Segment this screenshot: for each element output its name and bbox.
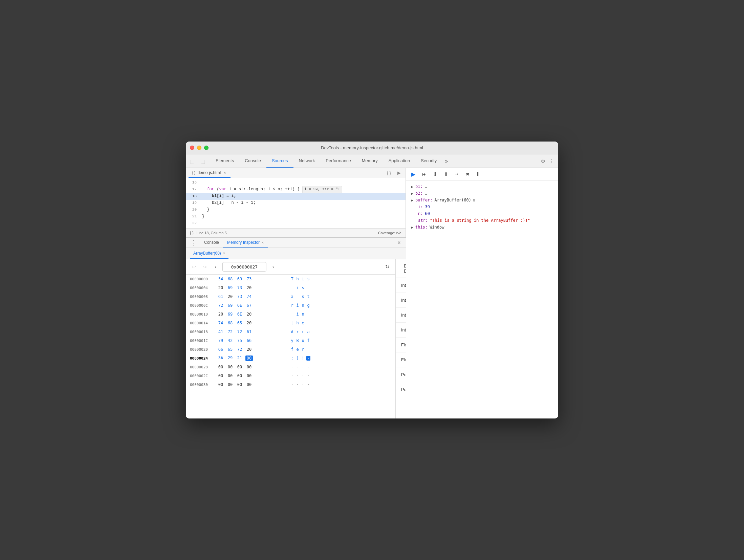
hex-panel: ↩ ↪ ‹ › ↻ 00000000 (186, 259, 396, 418)
prev-address-button[interactable]: ‹ (212, 263, 220, 271)
refresh-button[interactable]: ↻ (383, 263, 391, 271)
hex-row-1c: 0000001C 79 42 75 66 y B (186, 336, 395, 345)
step-into-button[interactable]: ⬆ (441, 169, 451, 179)
left-icons: ⬚ ⬚ (189, 157, 206, 165)
file-icon: { } (192, 171, 195, 175)
hex-row-8: 00000008 61 20 73 74 a (186, 292, 395, 301)
debugger-toolbar: ▶ ⏭ ⬇ ⬆ → ✖ ⏸ (406, 168, 558, 180)
devtools-window: DevTools - memory-inspector.glitch.me/de… (186, 142, 558, 418)
status-bar: { } Line 18, Column 5 Coverage: n/a (186, 228, 406, 237)
status-icon: { } (190, 231, 194, 235)
hex-row-30: 00000030 00 00 00 00 · · (186, 380, 395, 389)
next-address-button[interactable]: › (269, 263, 277, 271)
tab-application[interactable]: Application (383, 154, 416, 168)
memory-inspect-icon[interactable]: ⊡ (473, 198, 476, 202)
window-title: DevTools - memory-inspector.glitch.me/de… (321, 145, 423, 150)
right-panel: ▶ ⏭ ⬇ ⬆ → ✖ ⏸ ▶ b1: … ▶ b2: … (406, 168, 558, 418)
scope-item-b2: ▶ b2: … (406, 190, 558, 197)
code-line-17: 17 for (var i = str.length; i < n; ++i) … (186, 186, 406, 193)
code-line-16: 16 (186, 179, 406, 186)
pause-on-exception-button[interactable]: ⏭ (419, 169, 429, 179)
resume-button[interactable]: ▶ (409, 169, 418, 179)
titlebar: DevTools - memory-inspector.glitch.me/de… (186, 142, 558, 154)
scope-item-buffer: ▶ buffer: ArrayBuffer(60) ⊡ (406, 197, 558, 203)
code-line-18: 18 b1[i] = i; (186, 193, 406, 200)
code-line-20: 20 } (186, 207, 406, 213)
history-forward-button[interactable]: ↪ (201, 263, 209, 271)
step-over-button[interactable]: ⬇ (430, 169, 440, 179)
devtools-tabbar: ⬚ ⬚ Elements Console Sources Network Per… (186, 154, 558, 168)
code-lines: 16 17 for (var i = str.length; i < n; ++… (186, 178, 406, 228)
hex-row-4: 00000004 20 69 73 20 i (186, 283, 395, 292)
settings-icon[interactable]: ⚙ (539, 157, 547, 165)
hex-row-18: 00000018 41 72 72 61 A r (186, 327, 395, 336)
record-icon[interactable]: ▶ (395, 169, 403, 177)
memory-inspector-content: ↩ ↪ ‹ › ↻ 00000000 (186, 259, 406, 418)
code-line-22: 22 (186, 220, 406, 227)
tab-performance[interactable]: Performance (320, 154, 356, 168)
tab-sources[interactable]: Sources (266, 154, 293, 168)
hex-content: 00000000 54 68 69 73 T h (186, 275, 395, 418)
hex-row-14: 00000014 74 68 65 20 t h (186, 319, 395, 327)
history-back-button[interactable]: ↩ (190, 263, 198, 271)
scope-panel: ▶ b1: … ▶ b2: … ▶ buffer: ArrayBuffer(60… (406, 180, 558, 418)
more-tabs-button[interactable]: » (442, 154, 451, 168)
scope-item-n: n: 60 (406, 210, 558, 217)
hex-row-2c: 0000002C 00 00 00 00 · · (186, 371, 395, 380)
coverage-status: Coverage: n/a (378, 231, 401, 235)
minimize-button[interactable] (197, 146, 201, 150)
tab-console[interactable]: Console (239, 154, 266, 168)
source-tab-demo-js[interactable]: { } demo-js.html × (189, 168, 231, 178)
pause-button[interactable]: ⏸ (474, 169, 483, 179)
scope-triangle-b1[interactable]: ▶ (411, 185, 413, 189)
tab-security[interactable]: Security (415, 154, 442, 168)
hex-toolbar: ↩ ↪ ‹ › ↻ (186, 259, 395, 275)
code-line-21: 21 } (186, 213, 406, 220)
arraybuffer-tab-close[interactable]: × (223, 251, 225, 255)
step-out-button[interactable]: → (452, 169, 461, 179)
arraybuffer-tab-item[interactable]: ArrayBuffer(60) × (190, 248, 228, 259)
source-tabs: { } demo-js.html × { } ▶ (186, 168, 406, 178)
format-icon[interactable]: { } (385, 169, 393, 177)
hex-row-0: 00000000 54 68 69 73 T h (186, 275, 395, 283)
main-content: { } demo-js.html × { } ▶ (186, 168, 558, 418)
hex-row-20: 00000020 66 65 72 20 f e (186, 345, 395, 354)
scope-item-b1: ▶ b1: … (406, 183, 558, 190)
panel-menu-icon[interactable]: ⋮ (189, 239, 199, 246)
bottom-section: ⋮ Console Memory Inspector × × ArrayBuff… (186, 237, 406, 418)
deactivate-breakpoints-button[interactable]: ✖ (463, 169, 472, 179)
inspect-icon[interactable]: ⬚ (189, 157, 196, 165)
tab-network[interactable]: Network (293, 154, 321, 168)
device-icon[interactable]: ⬚ (199, 157, 206, 165)
address-input[interactable] (222, 262, 266, 272)
scope-item-str: str: "This is a string in the ArrayBuffe… (406, 217, 558, 224)
inline-comment: i = 39, str = "T (302, 186, 342, 193)
hex-row-28: 00000028 00 00 00 00 · · (186, 363, 395, 371)
code-line-19: 19 b2[i] = n - i - 1; (186, 200, 406, 207)
code-panel: { } demo-js.html × { } ▶ (186, 168, 406, 237)
scope-triangle-b2[interactable]: ▶ (411, 192, 413, 195)
tab-memory[interactable]: Memory (356, 154, 383, 168)
left-panel: { } demo-js.html × { } ▶ (186, 168, 406, 418)
main-tab-list: Elements Console Sources Network Perform… (210, 154, 539, 168)
hex-row-c: 0000000C 72 69 6E 67 r i (186, 301, 395, 310)
close-button[interactable] (190, 146, 194, 150)
scope-item-i: i: 39 (406, 203, 558, 210)
scope-triangle-buffer[interactable]: ▶ (411, 198, 413, 202)
hex-bytes-0: 54 68 69 73 (217, 277, 285, 281)
traffic-lights (190, 146, 209, 150)
tab-elements[interactable]: Elements (210, 154, 239, 168)
arraybuffer-tab: ArrayBuffer(60) × (186, 248, 406, 259)
tab-memory-inspector[interactable]: Memory Inspector × (223, 238, 268, 247)
memory-inspector-tab-close[interactable]: × (262, 240, 264, 244)
maximize-button[interactable] (204, 146, 209, 150)
cursor-position: Line 18, Column 5 (196, 231, 226, 235)
panel-close-button[interactable]: × (395, 239, 403, 247)
scope-triangle-this[interactable]: ▶ (411, 225, 413, 229)
tab-console-bottom[interactable]: Console (200, 238, 223, 247)
source-tab-close[interactable]: × (223, 170, 227, 175)
hex-ascii-0: T h i s (290, 277, 310, 281)
hex-row-10: 00000010 20 69 6E 20 i (186, 310, 395, 319)
code-editor: 16 17 for (var i = str.length; i < n; ++… (186, 178, 406, 228)
more-options-icon[interactable]: ⋮ (548, 157, 555, 165)
